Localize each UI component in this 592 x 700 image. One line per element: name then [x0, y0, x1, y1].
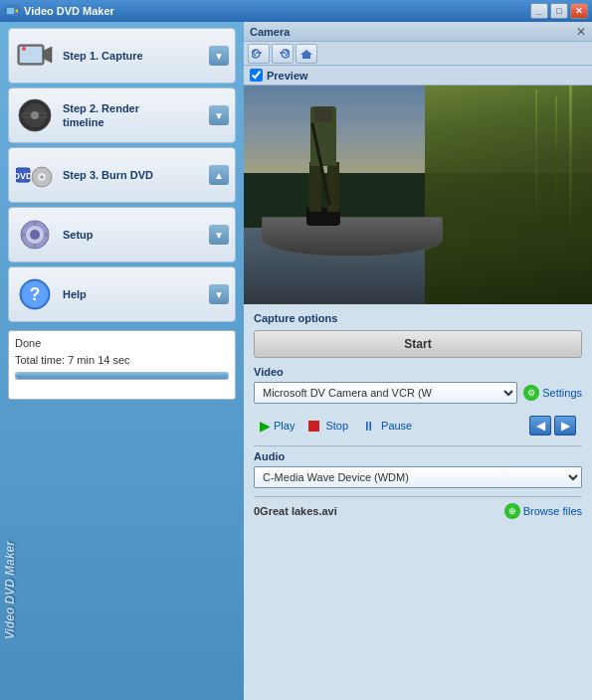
play-icon: ▶ [260, 418, 271, 434]
pause-icon: ⏸ [362, 419, 375, 434]
svg-rect-21 [21, 233, 26, 237]
title-bar: Video DVD Maker _ □ ✕ [0, 0, 592, 22]
video-settings-link[interactable]: ⚙ Settings [523, 385, 582, 401]
person-head [314, 106, 332, 122]
playback-row: ▶ Play Stop ⏸ Pause ◀ ▶ [254, 412, 582, 439]
render-icon [15, 95, 55, 135]
video-preview [244, 86, 592, 304]
svg-marker-5 [44, 47, 52, 63]
audio-device-select[interactable]: C-Media Wave Device (WDM) [254, 466, 582, 488]
separator2 [254, 496, 582, 497]
svg-marker-30 [300, 50, 312, 59]
svg-rect-19 [33, 221, 37, 226]
stop-label: Stop [325, 420, 348, 432]
scene-reeds-right [425, 86, 592, 304]
video-title: Video [254, 366, 582, 378]
minimize-button[interactable]: _ [530, 3, 548, 19]
sidebar-item-capture[interactable]: Step 1. Capture ▼ [8, 28, 236, 84]
video-device-row: Microsoft DV Camera and VCR (W ⚙ Setting… [254, 382, 582, 404]
sidebar-item-render[interactable]: Step 2. Rendertimeline ▼ [8, 88, 236, 143]
setup-icon [15, 215, 55, 255]
sidebar-item-help[interactable]: ? Help ▼ [8, 266, 236, 322]
sidebar-item-burn[interactable]: DVD Step 3. Burn DVD ▲ [8, 147, 236, 203]
svg-point-9 [31, 111, 39, 119]
svg-point-6 [22, 47, 26, 51]
nav-prev-button[interactable]: ◀ [529, 416, 551, 436]
svg-point-15 [41, 176, 44, 179]
toolbar-back-button[interactable] [248, 44, 270, 64]
scene [244, 86, 592, 304]
capture-arrow: ▼ [209, 46, 229, 66]
start-button[interactable]: Start [254, 330, 582, 358]
pause-button[interactable]: ⏸ Pause [362, 419, 412, 434]
stop-icon [308, 421, 319, 432]
svg-rect-1 [7, 8, 14, 14]
setup-label: Setup [63, 228, 94, 242]
toolbar-home-button[interactable] [296, 44, 317, 64]
pause-label: Pause [381, 420, 412, 432]
setup-arrow: ▼ [209, 225, 229, 245]
capture-label: Step 1. Capture [63, 49, 143, 63]
preview-checkbox[interactable] [250, 69, 263, 82]
browse-label: Browse files [523, 505, 582, 517]
svg-rect-20 [33, 244, 37, 249]
capture-options-title: Capture options [254, 312, 582, 324]
app-title: Video DVD Maker [24, 5, 530, 17]
render-arrow: ▼ [209, 105, 229, 125]
progress-fill [16, 373, 228, 379]
nav-buttons: ◀ ▶ [529, 416, 576, 436]
nav-next-button[interactable]: ▶ [554, 416, 576, 436]
preview-label: Preview [267, 70, 308, 82]
browse-files-link[interactable]: ⊕ Browse files [504, 503, 582, 519]
right-panel: Camera ✕ [244, 22, 592, 700]
brand-label: Video DVD Maker [0, 491, 20, 690]
capture-section: Capture options Start Video Microsoft DV… [244, 304, 592, 700]
toolbar-forward-button[interactable] [272, 44, 294, 64]
separator [254, 445, 582, 446]
progress-bar [15, 372, 229, 380]
audio-title: Audio [254, 450, 582, 462]
file-row: 0Great lakes.avi ⊕ Browse files [254, 501, 582, 521]
app-icon [4, 3, 20, 19]
camera-title: Camera [250, 26, 290, 38]
burn-arrow: ▲ [209, 165, 229, 185]
help-label: Help [63, 287, 87, 301]
scene-boat [262, 217, 443, 257]
close-button[interactable]: ✕ [570, 3, 588, 19]
sidebar: Step 1. Capture ▼ Step 2. Rendertimeline… [0, 22, 244, 700]
camera-header: Camera ✕ [244, 22, 592, 42]
svg-point-18 [30, 230, 40, 240]
burn-label: Step 3. Burn DVD [63, 168, 153, 182]
sidebar-item-setup[interactable]: Setup ▼ [8, 207, 236, 262]
svg-text:?: ? [30, 284, 41, 304]
burn-icon: DVD [15, 155, 55, 195]
stop-button[interactable]: Stop [308, 420, 348, 432]
scene-person [306, 106, 342, 226]
status-line1: Done [15, 335, 229, 352]
camera-toolbar [244, 42, 592, 66]
svg-text:DVD: DVD [16, 171, 33, 181]
video-section: Video Microsoft DV Camera and VCR (W ⚙ S… [254, 366, 582, 404]
settings-label: Settings [542, 387, 582, 399]
settings-icon: ⚙ [523, 385, 539, 401]
audio-section: Audio C-Media Wave Device (WDM) [254, 450, 582, 488]
help-arrow: ▼ [209, 284, 229, 304]
svg-rect-22 [44, 233, 49, 237]
audio-device-row: C-Media Wave Device (WDM) [254, 466, 582, 488]
camera-close-button[interactable]: ✕ [576, 25, 586, 39]
maximize-button[interactable]: □ [550, 3, 568, 19]
help-icon: ? [15, 274, 55, 314]
capture-icon [15, 36, 55, 76]
render-label: Step 2. Rendertimeline [63, 101, 139, 130]
main-container: Step 1. Capture ▼ Step 2. Rendertimeline… [0, 22, 592, 700]
status-box: Done Total time: 7 min 14 sec [8, 330, 236, 400]
status-line2: Total time: 7 min 14 sec [15, 352, 229, 369]
video-device-select[interactable]: Microsoft DV Camera and VCR (W [254, 382, 517, 404]
preview-bar: Preview [244, 66, 592, 86]
file-name: 0Great lakes.avi [254, 505, 337, 517]
browse-icon: ⊕ [504, 503, 520, 519]
play-button[interactable]: ▶ Play [260, 418, 295, 434]
window-controls: _ □ ✕ [530, 3, 588, 19]
play-label: Play [274, 420, 295, 432]
